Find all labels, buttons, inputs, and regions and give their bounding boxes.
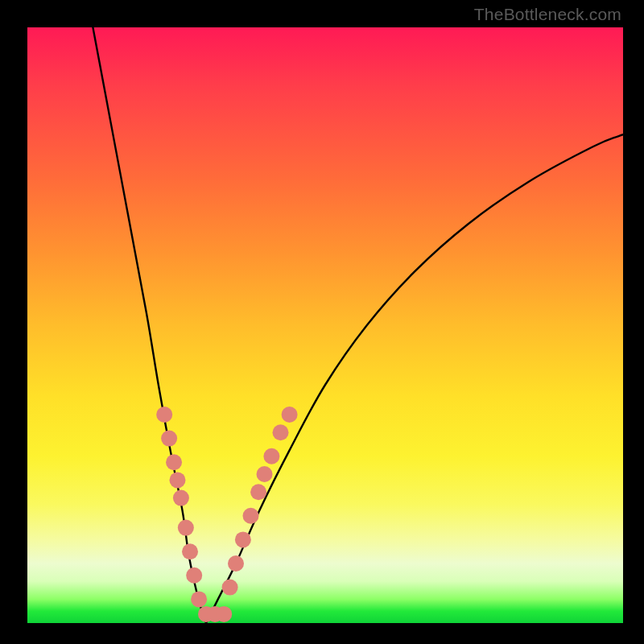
marker-dot [191, 591, 207, 607]
marker-dot [166, 454, 182, 470]
marker-dot [273, 424, 289, 440]
marker-dot [243, 508, 259, 524]
marker-dot [186, 568, 202, 584]
marker-dot [250, 484, 266, 500]
marker-dot [161, 431, 177, 447]
curve-right-curve [206, 134, 623, 623]
marker-dot [178, 520, 194, 536]
marker-dot [257, 466, 273, 482]
chart-svg [27, 27, 623, 623]
marker-dot [169, 472, 185, 488]
marker-dot [156, 407, 172, 423]
marker-dot [263, 448, 279, 464]
marker-dot [173, 490, 189, 506]
plot-area [27, 27, 623, 623]
marker-dot [222, 580, 238, 596]
marker-dot [216, 606, 232, 622]
attribution-text: TheBottleneck.com [474, 5, 621, 24]
marker-dot [235, 531, 251, 547]
marker-dot [282, 407, 298, 423]
outer-frame: TheBottleneck.com [0, 0, 644, 644]
marker-dot [228, 555, 244, 572]
marker-dot [182, 543, 198, 559]
